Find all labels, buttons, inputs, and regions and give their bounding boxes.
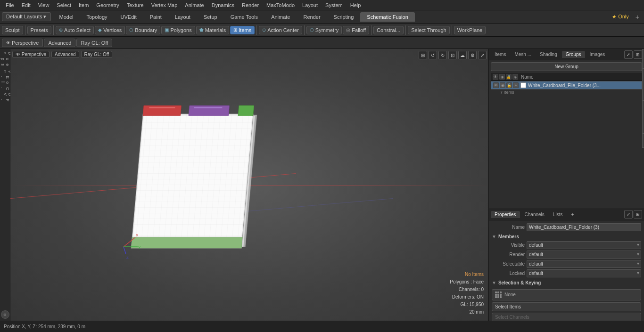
menu-geometry[interactable]: Geometry	[92, 1, 123, 9]
tab-items[interactable]: Items	[491, 51, 510, 58]
menu-maxtomodo[interactable]: MaxToModo	[263, 1, 298, 9]
sel-key-header[interactable]: ▼ Selection & Keying	[492, 280, 641, 285]
user-channels-tab[interactable]: User Channels	[642, 100, 644, 134]
new-group-btn[interactable]: New Group	[491, 62, 642, 71]
viewport-icon-5[interactable]: ⚙	[468, 51, 477, 59]
perspective-btn[interactable]: 👁 Perspective	[2, 39, 43, 47]
sidebar-tool-bottom[interactable]: ⊕	[1, 310, 9, 319]
group-item-row[interactable]: 👁 ◉ 🔒 + White_Cardboard_File_Folder (3..…	[491, 81, 642, 89]
sidebar-label-c[interactable]: C.	[0, 86, 10, 91]
star-only-btn[interactable]: ★ Only	[609, 13, 632, 21]
presets-btn[interactable]: Presets	[27, 26, 51, 34]
selectable-select[interactable]: default	[527, 260, 641, 268]
tab-images[interactable]: Images	[586, 51, 609, 58]
constraints-btn[interactable]: Constrai...	[373, 26, 404, 34]
name-row: Name	[492, 223, 641, 231]
group-row-icon-eye[interactable]: 👁	[493, 82, 499, 88]
ray-gl-btn[interactable]: Ray GL: Off	[76, 39, 112, 47]
group-row-icons: 👁 ◉ 🔒 +	[493, 82, 519, 88]
header-icon-eye[interactable]: 👁	[493, 74, 498, 80]
group-display-tab[interactable]: Group Display	[642, 68, 644, 100]
menu-item[interactable]: Item	[75, 1, 92, 9]
group-row-icon-lock[interactable]: 🔒	[506, 82, 512, 88]
panel-expand-btn[interactable]: ⤢	[624, 50, 633, 59]
header-icon-render[interactable]: ◉	[499, 74, 505, 80]
work-plane-btn[interactable]: WorkPlane	[454, 26, 486, 34]
sidebar-label-e[interactable]: E.	[0, 75, 10, 80]
select-items-btn[interactable]: Select Items	[492, 302, 641, 311]
lower-tab-lists[interactable]: Lists	[549, 211, 567, 218]
menu-layout[interactable]: Layout	[298, 1, 322, 9]
tab-uvedit[interactable]: UVEdit	[114, 12, 143, 22]
menu-dynamics[interactable]: Dynamics	[208, 1, 238, 9]
tab-mesh[interactable]: Mesh ...	[511, 51, 535, 58]
tab-topology[interactable]: Topology	[80, 12, 114, 22]
viewport-expand[interactable]: ⤢	[478, 51, 487, 59]
viewport-raygl-btn[interactable]: Ray GL: Off	[81, 51, 113, 58]
visible-select[interactable]: default	[527, 241, 641, 249]
tab-groups[interactable]: Groups	[562, 51, 585, 58]
menu-system[interactable]: System	[322, 1, 347, 9]
group-row-icon-render[interactable]: ◉	[500, 82, 505, 88]
tab-schematic-fusion[interactable]: Schematic Fusion	[360, 12, 414, 22]
add-layout-btn[interactable]: +	[634, 13, 641, 21]
lower-tab-add[interactable]: +	[567, 211, 578, 218]
tags-tab[interactable]: Tags	[642, 133, 644, 148]
sidebar-label-f[interactable]: F.	[0, 98, 10, 103]
select-channels-btn[interactable]: Select Channels	[492, 313, 641, 321]
header-icon-sel[interactable]: ◈	[512, 74, 518, 80]
polygons-btn[interactable]: ▣ Polygons	[161, 26, 195, 34]
tab-setup[interactable]: Setup	[197, 12, 224, 22]
vertices-btn[interactable]: ◆ Vertices	[95, 26, 125, 34]
render-select[interactable]: default	[527, 251, 641, 259]
menu-help[interactable]: Help	[347, 1, 365, 9]
lower-tab-channels[interactable]: Channels	[521, 211, 548, 218]
viewport-icon-4[interactable]: ☁	[458, 51, 467, 59]
advanced-btn[interactable]: Advanced	[44, 39, 75, 47]
items-btn[interactable]: ⊞ Items	[230, 26, 255, 34]
viewport-icon-3[interactable]: ↻	[438, 51, 447, 59]
tab-scripting[interactable]: Scripting	[327, 12, 361, 22]
menu-view[interactable]: View	[34, 1, 53, 9]
sculpt-btn[interactable]: Sculpt	[2, 26, 23, 34]
locked-select[interactable]: default	[527, 269, 641, 277]
materials-btn[interactable]: ⬟ Materials	[196, 26, 230, 34]
menu-edit[interactable]: Edit	[18, 1, 34, 9]
members-header[interactable]: ▼ Members	[492, 234, 641, 239]
lower-panel-more-btn[interactable]: ⊞	[634, 210, 642, 219]
menu-texture[interactable]: Texture	[123, 1, 148, 9]
action-center-btn[interactable]: ⊙ Action Center	[259, 26, 302, 34]
tab-animate[interactable]: Animate	[264, 12, 297, 22]
panel-more-btn[interactable]: ⊞	[634, 50, 642, 59]
name-input[interactable]	[527, 223, 641, 231]
status-bar: Position X, Y, Z: 254 mm, 239 mm, 0 m	[0, 321, 644, 332]
groups-tab[interactable]: Groups	[642, 49, 644, 68]
menu-file[interactable]: File	[2, 1, 18, 9]
tab-shading[interactable]: Shading	[536, 51, 561, 58]
menu-vertex-map[interactable]: Vertex Map	[148, 1, 182, 9]
default-layouts-dropdown[interactable]: Default Layouts ▾	[2, 12, 51, 21]
tab-game-tools[interactable]: Game Tools	[224, 12, 265, 22]
viewport[interactable]: X Y Z 👁 Perspective Advanced Ray GL: Off…	[10, 49, 488, 321]
symmetry-btn[interactable]: ⬡ Symmetry	[306, 26, 342, 34]
auto-select-btn[interactable]: ⊕ Auto Select	[56, 26, 94, 34]
header-icon-lock[interactable]: 🔒	[506, 74, 512, 80]
tab-layout[interactable]: Layout	[168, 12, 197, 22]
tab-paint[interactable]: Paint	[143, 12, 168, 22]
viewport-zoom-fit[interactable]: ⊡	[448, 51, 457, 59]
viewport-icon-1[interactable]: ⊞	[419, 51, 427, 59]
menu-select[interactable]: Select	[53, 1, 75, 9]
lower-tab-properties[interactable]: Properties	[491, 211, 520, 218]
tab-model[interactable]: Model	[53, 12, 80, 22]
select-through-btn[interactable]: Select Through	[408, 26, 449, 34]
falloff-btn[interactable]: ◎ Falloff	[343, 26, 369, 34]
menu-render[interactable]: Render	[238, 1, 263, 9]
lower-panel-expand-btn[interactable]: ⤢	[624, 210, 633, 219]
menu-animate[interactable]: Animate	[181, 1, 207, 9]
viewport-icon-2[interactable]: ↺	[429, 51, 437, 59]
viewport-perspective-btn[interactable]: 👁 Perspective	[12, 51, 50, 58]
viewport-advanced-btn[interactable]: Advanced	[51, 51, 79, 58]
group-row-icon-add[interactable]: +	[513, 82, 519, 88]
tab-render[interactable]: Render	[297, 12, 327, 22]
boundary-btn[interactable]: ⬡ Boundary	[126, 26, 160, 34]
